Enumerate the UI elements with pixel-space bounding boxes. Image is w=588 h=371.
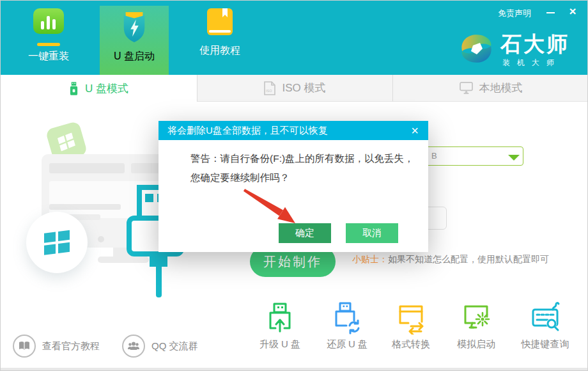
nav-item-reinstall[interactable]: 一键重装 xyxy=(12,8,85,75)
nav-item-usb-boot[interactable]: U 盘启动 xyxy=(100,6,169,75)
qq-group-link[interactable]: QQ 交流群 xyxy=(122,335,198,358)
nav-item-label: 使用教程 xyxy=(199,44,240,58)
dialog-titlebar: 将会删除U盘全部数据，且不可以恢复 × xyxy=(159,121,428,140)
usb-restore-icon xyxy=(330,301,364,335)
usb-drive-icon xyxy=(69,82,79,95)
open-book-icon xyxy=(13,335,36,358)
official-tutorial-link[interactable]: 查看官方教程 xyxy=(13,335,100,358)
windows-logo-badge xyxy=(26,212,88,273)
minimize-button[interactable] xyxy=(543,7,557,19)
usb-plug-neck-decor xyxy=(150,254,167,267)
bar-chart-icon xyxy=(31,8,66,41)
tab-label: U 盘模式 xyxy=(85,81,128,96)
dialog-message: 警告：请自行备份(F:)盘上的所有数据，以免丢失，您确定要继续制作吗？ xyxy=(190,149,417,187)
format-convert-icon xyxy=(394,301,428,335)
tool-label: 格式转换 xyxy=(392,338,430,351)
tool-hotkey-query[interactable]: 快捷键查询 xyxy=(510,301,580,351)
nav-item-tutorial[interactable]: 使用教程 xyxy=(185,8,255,75)
disclaimer-link[interactable]: 免责声明 xyxy=(498,8,531,19)
dialog-close-icon[interactable]: × xyxy=(405,121,424,140)
usb-upgrade-icon xyxy=(263,301,297,335)
window-bottom-strip xyxy=(1,368,588,371)
tab-label: 本地模式 xyxy=(479,81,523,95)
tool-label: 还原 U 盘 xyxy=(327,338,368,351)
nav-underline xyxy=(37,43,60,46)
tool-simulate-boot[interactable]: 模拟启动 xyxy=(441,301,511,351)
tool-upgrade-usb[interactable]: 升级 U 盘 xyxy=(245,301,315,351)
cancel-button[interactable]: 取消 xyxy=(346,223,398,243)
close-button[interactable]: × xyxy=(565,3,580,20)
hotkey-search-icon xyxy=(529,301,562,335)
tool-restore-usb[interactable]: 还原 U 盘 xyxy=(312,301,382,351)
chevron-down-icon[interactable] xyxy=(508,155,520,161)
tip-label: 小贴士： xyxy=(352,254,388,264)
windows-flag-icon xyxy=(43,230,71,255)
people-group-icon xyxy=(122,335,145,358)
brand-logo-icon xyxy=(456,29,494,68)
usb-drive-select-value: B xyxy=(431,151,437,161)
tool-label: 模拟启动 xyxy=(457,338,495,351)
usb-plug-cable-decor xyxy=(156,265,162,297)
delete-warning-dialog: 将会删除U盘全部数据，且不可以恢复 × 警告：请自行备份(F:)盘上的所有数据，… xyxy=(159,121,428,252)
link-label: 查看官方教程 xyxy=(42,340,100,352)
minimize-icon xyxy=(546,12,555,13)
simulate-boot-icon xyxy=(460,301,493,335)
tool-label: 升级 U 盘 xyxy=(259,338,300,351)
nav-item-label: 一键重装 xyxy=(28,50,69,63)
dialog-title: 将会删除U盘全部数据，且不可以恢复 xyxy=(167,125,328,137)
iso-file-icon: ISO xyxy=(264,81,275,95)
tab-label: ISO 模式 xyxy=(282,81,325,95)
brand-tagline: 装机大师 xyxy=(502,58,561,68)
tool-format-convert[interactable]: 格式转换 xyxy=(376,301,446,351)
shield-bolt-icon xyxy=(120,10,148,44)
tab-iso-mode[interactable]: ISO ISO 模式 xyxy=(197,75,392,102)
app-window: 一键重装 U 盘启动 使用教程 石大师 装机大师 免责声明 × xyxy=(0,0,588,371)
nav-item-label: U 盘启动 xyxy=(114,50,155,63)
tool-label: 快捷键查询 xyxy=(522,338,569,351)
svg-text:ISO: ISO xyxy=(266,89,272,93)
monitor-base-decor xyxy=(98,257,149,263)
link-label: QQ 交流群 xyxy=(151,340,198,352)
tip-text: 小贴士：如果不知道怎么配置，使用默认配置即可 xyxy=(352,254,549,265)
brand-name: 石大师 xyxy=(500,30,569,59)
monitor-icon xyxy=(460,82,473,94)
tab-local-mode[interactable]: 本地模式 xyxy=(392,75,588,102)
book-icon xyxy=(205,8,235,38)
tab-usb-mode[interactable]: U 盘模式 xyxy=(1,75,197,102)
mode-tabbar: U 盘模式 ISO ISO 模式 本地模式 xyxy=(1,75,588,102)
confirm-button[interactable]: 确定 xyxy=(279,223,331,243)
